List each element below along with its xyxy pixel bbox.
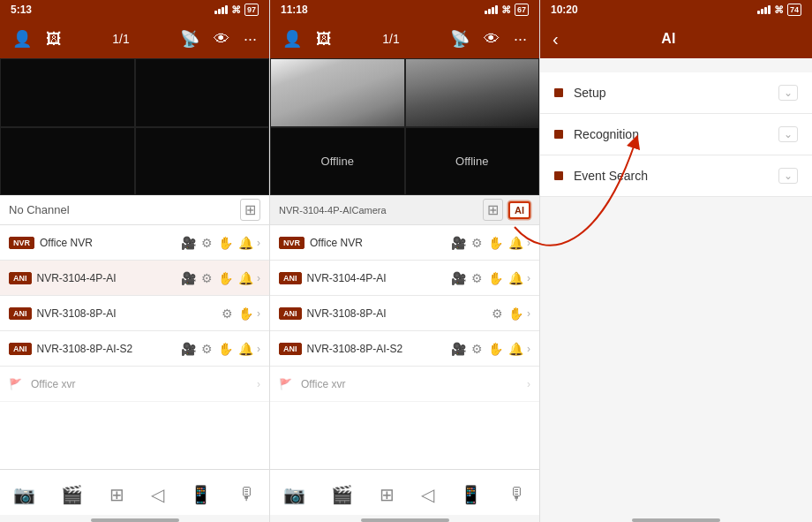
device-item-1-0[interactable]: NVR Office NVR 🎥 ⚙ ✋ 🔔 › <box>0 225 269 261</box>
cam-icon-2-3: 🎥 <box>451 342 466 356</box>
nav-back-1[interactable]: ◁ <box>151 484 164 505</box>
settings-icon-1-1: ⚙ <box>201 271 213 285</box>
more-icon-2[interactable]: ··· <box>514 30 527 49</box>
ai-menu-item-event-search[interactable]: Event Search ⌄ <box>540 155 812 197</box>
ai-menu-dot-recognition <box>554 130 563 139</box>
device-name-2-2: NVR-3108-8P-AI <box>307 307 492 320</box>
cam-icon-1-1: 🎥 <box>181 271 196 285</box>
battery-3: 74 <box>787 4 801 16</box>
nav-phone-2[interactable]: 📱 <box>460 484 482 505</box>
device-name-2-1: NVR-3104-4P-AI <box>307 272 452 284</box>
more-icon-1[interactable]: ··· <box>244 30 257 49</box>
nav-video-2[interactable]: 🎬 <box>331 484 353 505</box>
bell-icon-1-3: 🔔 <box>238 342 253 356</box>
image-icon-2[interactable]: 🖼 <box>316 30 332 49</box>
ai-menu-dot-setup <box>554 88 563 97</box>
bell-icon-2-3: 🔔 <box>508 342 523 356</box>
device-list-1: NVR Office NVR 🎥 ⚙ ✋ 🔔 › ANI NVR-3104-4P… <box>0 225 269 469</box>
bottom-nav-1: 📷 🎬 ⊞ ◁ 📱 🎙 <box>0 469 269 515</box>
device-tag-1-2: ANI <box>9 307 32 320</box>
device-item-2-3[interactable]: ANI NVR-3108-8P-AI-S2 🎥 ⚙ ✋ 🔔 › <box>270 331 539 367</box>
panel-2: 11:18 ⌘ 67 👤 🖼 1/1 📡 👁 ··· <box>270 0 540 522</box>
eye-icon-2[interactable]: 👁 <box>484 30 500 49</box>
home-indicator-1 <box>91 518 179 522</box>
hand-icon-2-2: ✋ <box>508 306 523 321</box>
back-button[interactable]: ‹ <box>553 29 559 49</box>
device-item-2-4[interactable]: 🚩 Office xvr › <box>270 367 539 402</box>
battery-1: 97 <box>244 4 259 16</box>
hand-icon-2-3: ✋ <box>488 342 503 356</box>
device-item-2-2[interactable]: ANI NVR-3108-8P-AI ⚙ ✋ › <box>270 296 539 331</box>
status-bar-1: 5:13 ⌘ 97 <box>0 0 269 19</box>
home-indicator-3 <box>632 518 720 522</box>
cast-icon-2[interactable]: 📡 <box>450 29 470 49</box>
channel-grid-icon-1[interactable]: ⊞ <box>240 199 260 221</box>
device-item-1-4[interactable]: 🚩 Office xvr › <box>0 367 269 402</box>
hand-icon-2-1: ✋ <box>488 271 503 285</box>
bell-icon-2-1: 🔔 <box>508 271 523 285</box>
eye-icon-1[interactable]: 👁 <box>214 30 229 49</box>
chevron-1-3: › <box>257 343 260 355</box>
channel-grid-icon-2[interactable]: ⊞ <box>483 199 503 221</box>
device-tag-1-1: ANI <box>9 272 32 284</box>
chevron-2-4: › <box>527 378 530 390</box>
profile-icon-2[interactable]: 👤 <box>282 29 302 49</box>
nav-back-2[interactable]: ◁ <box>421 484 434 505</box>
ai-menu-label-event-search: Event Search <box>574 169 778 183</box>
device-name-1-4: Office xvr <box>31 378 253 390</box>
device-item-2-1[interactable]: ANI NVR-3104-4P-AI 🎥 ⚙ ✋ 🔔 › <box>270 261 539 296</box>
hand-icon-2-0: ✋ <box>488 236 503 250</box>
nav-camera-1[interactable]: 📷 <box>13 484 35 505</box>
device-tag-2-0: NVR <box>279 237 304 249</box>
video-cell-2-1 <box>270 58 405 127</box>
cast-icon-1[interactable]: 📡 <box>180 29 199 49</box>
event-search-expand-icon: ⌄ <box>778 168 798 184</box>
device-list-2: NVR Office NVR 🎥 ⚙ ✋ 🔔 › ANI NVR-3104-4P… <box>270 225 539 469</box>
nav-grid-2[interactable]: ⊞ <box>380 484 395 505</box>
cam-icon-2-1: 🎥 <box>451 271 466 285</box>
device-item-1-3[interactable]: ANI NVR-3108-8P-AI-S2 🎥 ⚙ ✋ 🔔 › <box>0 331 269 367</box>
toolbar-1: 👤 🖼 1/1 📡 👁 ··· <box>0 19 269 58</box>
device-tag-1-0: NVR <box>9 237 34 249</box>
nav-grid-1[interactable]: ⊞ <box>109 484 124 505</box>
video-cell-1-1 <box>0 58 135 127</box>
nav-mic-1[interactable]: 🎙 <box>238 484 256 504</box>
ai-menu-item-setup[interactable]: Setup ⌄ <box>540 72 812 114</box>
device-name-1-3: NVR-3108-8P-AI-S2 <box>37 343 182 355</box>
image-icon-1[interactable]: 🖼 <box>46 30 62 49</box>
chevron-1-2: › <box>257 307 260 320</box>
ai-menu-list: Setup ⌄ Recognition ⌄ Event Search ⌄ <box>540 72 812 197</box>
video-grid-2: Offline Offline <box>270 58 539 195</box>
video-cell-2-3: Offline <box>270 127 405 196</box>
nav-camera-2[interactable]: 📷 <box>283 484 305 505</box>
device-item-1-1[interactable]: ANI NVR-3104-4P-AI 🎥 ⚙ ✋ 🔔 › <box>0 261 269 296</box>
device-item-1-2[interactable]: ANI NVR-3108-8P-AI ⚙ ✋ › <box>0 296 269 331</box>
nav-mic-2[interactable]: 🎙 <box>508 484 526 504</box>
ai-menu-item-recognition[interactable]: Recognition ⌄ <box>540 114 812 155</box>
time-2: 11:18 <box>281 4 308 16</box>
chevron-2-1: › <box>527 272 530 284</box>
channel-label-1: No Channel <box>9 203 70 216</box>
nav-video-1[interactable]: 🎬 <box>61 484 83 505</box>
count-1: 1/1 <box>112 32 129 46</box>
nav-phone-1[interactable]: 📱 <box>190 484 212 505</box>
wifi-icon-2: ⌘ <box>501 4 511 16</box>
chevron-2-0: › <box>527 237 530 249</box>
settings-icon-1-3: ⚙ <box>201 342 213 356</box>
bell-icon-1-0: 🔔 <box>238 236 253 250</box>
profile-icon-1[interactable]: 👤 <box>12 29 32 49</box>
ai-header: ‹ AI <box>540 19 812 58</box>
settings-icon-2-3: ⚙ <box>471 342 483 356</box>
ai-button-2[interactable]: AI <box>508 201 530 219</box>
bell-icon-2-0: 🔔 <box>508 236 523 250</box>
chevron-2-3: › <box>527 343 530 355</box>
device-name-2-4: Office xvr <box>301 378 523 390</box>
video-cell-2-4: Offline <box>405 127 540 196</box>
device-item-2-0[interactable]: NVR Office NVR 🎥 ⚙ ✋ 🔔 › <box>270 225 539 261</box>
settings-icon-2-2: ⚙ <box>492 306 503 321</box>
hand-icon-1-0: ✋ <box>218 236 233 250</box>
count-2: 1/1 <box>382 32 399 46</box>
status-bar-2: 11:18 ⌘ 67 <box>270 0 539 19</box>
device-name-1-2: NVR-3108-8P-AI <box>37 307 222 320</box>
time-1: 5:13 <box>11 4 32 16</box>
